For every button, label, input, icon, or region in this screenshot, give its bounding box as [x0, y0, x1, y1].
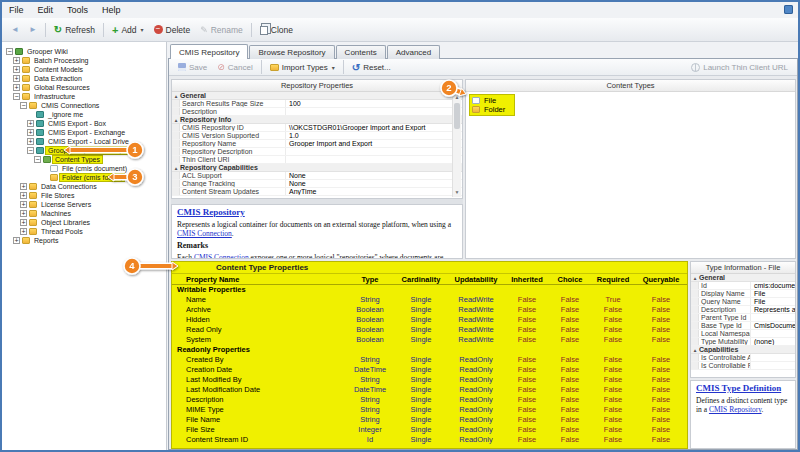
- tree-item-data-extraction[interactable]: +Data Extraction: [2, 74, 166, 83]
- expand-icon[interactable]: +: [27, 138, 34, 145]
- tree-item-label: File Stores: [39, 192, 76, 199]
- tree-item-folder-cmis-folder[interactable]: Folder (cmis folder): [2, 173, 166, 182]
- help-link[interactable]: CMIS Repository: [709, 405, 762, 414]
- tree-item-batch-processing[interactable]: +Batch Processing: [2, 56, 166, 65]
- tree-item-object-libraries[interactable]: +Object Libraries: [2, 218, 166, 227]
- tab-cmis-repository[interactable]: CMIS Repository: [170, 44, 248, 59]
- save-button[interactable]: Save: [173, 61, 212, 74]
- launch-thin-client-url-button[interactable]: Launch Thin Client URL: [686, 61, 793, 74]
- nav-back-button[interactable]: ◄: [6, 23, 24, 36]
- tree-item-data-connections[interactable]: +Data Connections: [2, 182, 166, 191]
- import-types-button[interactable]: Import Types▾: [265, 61, 340, 74]
- scroll-down-icon[interactable]: ▼: [453, 188, 461, 197]
- tab-contents[interactable]: Contents: [336, 45, 386, 59]
- refresh-button[interactable]: ↻Refresh: [49, 22, 100, 37]
- property-row-content-stream-updates[interactable]: Content Stream UpdatesAnyTime: [172, 188, 462, 196]
- collapse-icon[interactable]: −: [6, 48, 13, 55]
- expand-icon[interactable]: +: [20, 201, 27, 208]
- tree-item-reports[interactable]: +Reports: [2, 236, 166, 245]
- property-row-acl-support[interactable]: ACL SupportNone: [172, 172, 462, 180]
- expand-icon[interactable]: +: [20, 219, 27, 226]
- menu-help[interactable]: Help: [95, 3, 128, 17]
- property-row-description[interactable]: DescriptionRepresents a file stored on t…: [691, 306, 795, 314]
- menu-file[interactable]: File: [2, 3, 31, 17]
- content-type-file[interactable]: File: [472, 96, 511, 105]
- expand-icon[interactable]: +: [27, 129, 34, 136]
- expand-icon[interactable]: +: [20, 183, 27, 190]
- tree-item-machines[interactable]: +Machines: [2, 209, 166, 218]
- property-row-cmis-repository-id[interactable]: CMIS Repository ID\\OKCSTDGR01\Grooper I…: [172, 124, 462, 132]
- expand-icon[interactable]: +: [20, 192, 27, 199]
- collapse-icon[interactable]: −: [13, 93, 20, 100]
- tab-browse-repository[interactable]: Browse Repository: [249, 45, 334, 59]
- property-row-search-results-page-size[interactable]: Search Results Page Size100: [172, 100, 462, 108]
- help-title-link[interactable]: CMIS Type Definition: [696, 383, 781, 393]
- tree-item-grooper-import-and-export[interactable]: −Grooper Import and Export: [2, 146, 166, 155]
- tree-item-cmis-export-local-drive[interactable]: +CMIS Export - Local Drive: [2, 137, 166, 146]
- collapse-icon[interactable]: −: [34, 156, 41, 163]
- property-row-repository-name[interactable]: Repository NameGrooper Import and Export: [172, 140, 462, 148]
- tree-item-content-models[interactable]: +Content Models: [2, 65, 166, 74]
- tree-item-infrastructure[interactable]: −Infrastructure: [2, 92, 166, 101]
- scroll-thumb[interactable]: [454, 103, 460, 129]
- category-row-general[interactable]: ▴General: [691, 274, 795, 282]
- expand-icon[interactable]: +: [13, 66, 20, 73]
- tree-item-thread-pools[interactable]: +Thread Pools: [2, 227, 166, 236]
- property-row-base-type-id[interactable]: Base Type IdCmisDocument: [691, 322, 795, 330]
- property-row-cmis-version-supported[interactable]: CMIS Version Supported1.0: [172, 132, 462, 140]
- property-row-id[interactable]: Idcmis:document: [691, 282, 795, 290]
- clone-button[interactable]: Clone: [255, 22, 298, 37]
- scroll-up-icon[interactable]: ▲: [453, 93, 461, 102]
- category-row-capabilities[interactable]: ▴Capabilities: [691, 346, 795, 354]
- collapse-icon[interactable]: −: [20, 102, 27, 109]
- category-row-repository-info[interactable]: ▴Repository Info: [172, 116, 462, 124]
- expand-icon[interactable]: +: [13, 237, 20, 244]
- tree-item-grooper-wiki[interactable]: −Grooper Wiki: [2, 47, 166, 56]
- property-row-parent-type-id[interactable]: Parent Type Id: [691, 314, 795, 322]
- nav-forward-button[interactable]: ►: [24, 23, 42, 36]
- rename-button[interactable]: ✎Rename: [195, 23, 248, 37]
- content-type-folder[interactable]: Folder: [472, 105, 511, 114]
- expand-icon[interactable]: +: [20, 210, 27, 217]
- tab-advanced[interactable]: Advanced: [387, 45, 441, 59]
- cancel-button[interactable]: ⊘Cancel: [212, 60, 257, 74]
- category-row-repository-capabilities[interactable]: ▴Repository Capabilities: [172, 164, 462, 172]
- property-row-change-tracking[interactable]: Change TrackingNone: [172, 180, 462, 188]
- property-row-query-name[interactable]: Query NameFile: [691, 298, 795, 306]
- reset-button[interactable]: ↺Reset...: [347, 60, 396, 75]
- collapse-icon[interactable]: −: [27, 147, 34, 154]
- tree-item-file-stores[interactable]: +File Stores: [2, 191, 166, 200]
- tree-item-file-cmis-document[interactable]: File (cmis document): [2, 164, 166, 173]
- add-button[interactable]: +Add▾: [107, 23, 149, 37]
- properties-scrollbar[interactable]: ▲ ▼: [452, 93, 461, 197]
- help-link[interactable]: CMIS Connection: [194, 253, 249, 259]
- expand-icon[interactable]: +: [13, 75, 20, 82]
- tree-item-ignore-me[interactable]: _ignore me: [2, 110, 166, 119]
- type-information-grid: ▴GeneralIdcmis:documentDisplay NameFileQ…: [691, 274, 795, 370]
- menu-edit[interactable]: Edit: [31, 3, 61, 17]
- property-row-thin-client-uri[interactable]: Thin Client URI: [172, 156, 462, 164]
- help-title-link[interactable]: CMIS Repository: [177, 207, 245, 217]
- delete-button[interactable]: −Delete: [149, 23, 196, 37]
- property-row-display-name[interactable]: Display NameFile: [691, 290, 795, 298]
- property-row-is-controllable-policy[interactable]: Is Controllable Policy: [691, 362, 795, 370]
- expand-icon[interactable]: +: [27, 120, 34, 127]
- tree-item-global-resources[interactable]: +Global Resources: [2, 83, 166, 92]
- app-icon[interactable]: [784, 5, 793, 14]
- menu-tools[interactable]: Tools: [60, 3, 95, 17]
- property-row-local-namespace[interactable]: Local Namespace: [691, 330, 795, 338]
- property-row-type-mutability[interactable]: Type Mutability(none): [691, 338, 795, 346]
- help-link[interactable]: CMIS Connection: [177, 229, 232, 238]
- category-row-general[interactable]: ▴General: [172, 92, 462, 100]
- expand-icon[interactable]: +: [20, 228, 27, 235]
- tree-item-cmis-export-box[interactable]: +CMIS Export - Box: [2, 119, 166, 128]
- expand-icon[interactable]: +: [13, 57, 20, 64]
- tree-item-cmis-export-exchange[interactable]: +CMIS Export - Exchange: [2, 128, 166, 137]
- property-row-is-controllable-acl[interactable]: Is Controllable Acl: [691, 354, 795, 362]
- tree-item-content-types[interactable]: −Content Types: [2, 155, 166, 164]
- property-row-description[interactable]: Description: [172, 108, 462, 116]
- property-row-repository-description[interactable]: Repository Description: [172, 148, 462, 156]
- tree-item-license-servers[interactable]: +License Servers: [2, 200, 166, 209]
- tree-item-cmis-connections[interactable]: −CMIS Connections: [2, 101, 166, 110]
- expand-icon[interactable]: +: [13, 84, 20, 91]
